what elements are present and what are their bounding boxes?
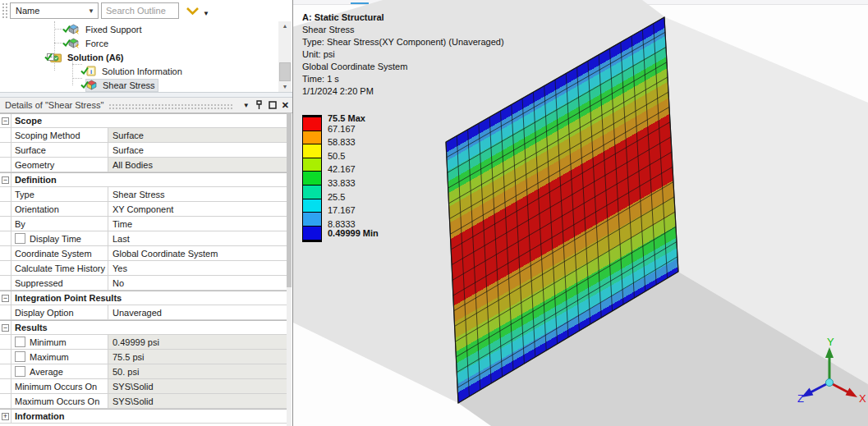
- tree-item-label: Solution (A6): [65, 52, 126, 63]
- tree-item-label: Solution Information: [99, 66, 185, 77]
- details-property-label: Minimum: [11, 335, 108, 349]
- tree-item-fixed-support[interactable]: Fixed Support: [62, 22, 144, 36]
- details-property-value[interactable]: Yes: [108, 261, 287, 275]
- legend-band: [303, 172, 321, 186]
- search-outline-box: [101, 2, 179, 19]
- details-scrollbar-thumb[interactable]: [287, 113, 292, 287]
- graphics-viewport[interactable]: YXZ A: Static StructuralShear StressType…: [293, 0, 868, 426]
- details-dropdown-icon[interactable]: ▼: [243, 102, 250, 109]
- legend-band: [303, 131, 321, 145]
- checkbox[interactable]: [15, 233, 25, 244]
- details-property-value[interactable]: No: [108, 276, 287, 290]
- details-property-value[interactable]: Last: [108, 231, 287, 245]
- legend-value-label: 75.5 Max: [328, 113, 365, 123]
- details-property-row: OrientationXY Component: [0, 202, 287, 217]
- tree-item-solution-a6-[interactable]: Solution (A6): [44, 50, 126, 64]
- outline-toolbar: Name ▼ ▼: [0, 0, 292, 21]
- details-gutter: −: [0, 321, 11, 334]
- details-property-row: Coordinate SystemGlobal Coordinate Syste…: [0, 246, 287, 261]
- legend-value-label: 0.49999 Min: [328, 228, 379, 238]
- details-property-label: Maximum Occurs On: [11, 394, 108, 408]
- annotation-line: Time: 1 s: [302, 73, 504, 85]
- details-property-value[interactable]: XY Component: [108, 202, 287, 216]
- details-property-value[interactable]: Surface: [108, 143, 287, 157]
- search-outline-input[interactable]: [102, 3, 178, 18]
- legend-value-label: 50.5: [328, 151, 345, 161]
- details-gutter: −: [0, 173, 11, 186]
- details-gutter: [0, 187, 11, 201]
- details-property-value: SYS\Solid: [108, 379, 287, 393]
- details-category-label: Information: [11, 410, 287, 423]
- toolbar-more-dropdown-icon[interactable]: ▼: [203, 10, 209, 17]
- details-property-value[interactable]: Global Coordinate System: [108, 246, 287, 260]
- x-axis-label: X: [859, 392, 866, 405]
- details-property-label: Display Time: [11, 231, 108, 245]
- legend-value-label: 8.8333: [328, 219, 356, 229]
- tree-scrollbar-thumb[interactable]: [279, 62, 291, 81]
- details-category-row: −Definition: [0, 172, 287, 187]
- details-expander-icon[interactable]: −: [2, 176, 9, 184]
- legend-value-label: 67.167: [328, 124, 356, 134]
- result-annotation: A: Static StructuralShear StressType: Sh…: [302, 11, 504, 98]
- details-expander-icon[interactable]: −: [2, 117, 9, 125]
- tree-item-force[interactable]: Force: [62, 36, 111, 50]
- details-gutter: [0, 379, 11, 393]
- scroll-up-icon[interactable]: ▲: [278, 21, 292, 31]
- details-expander-icon[interactable]: +: [2, 413, 9, 420]
- toolbar-drag-handle[interactable]: [2, 2, 7, 19]
- details-property-label: Surface: [11, 143, 108, 157]
- details-category-row: −Integration Point Results: [0, 291, 287, 305]
- tree-item-shear-stress[interactable]: Shear Stress: [80, 78, 158, 92]
- annotation-line: Global Coordinate System: [302, 61, 504, 73]
- close-icon[interactable]: ✕: [282, 100, 289, 111]
- details-property-value[interactable]: Shear Stress: [108, 187, 287, 201]
- details-property-value[interactable]: Time: [108, 217, 287, 231]
- details-property-value: SYS\Solid: [108, 394, 287, 408]
- legend-value-label: 33.833: [328, 178, 356, 188]
- status-check-icon: [80, 80, 89, 90]
- details-gutter: −: [0, 114, 11, 127]
- status-check-icon: [80, 66, 89, 76]
- tree-item-solution-information[interactable]: iSolution Information: [80, 64, 185, 78]
- chevron-down-icon: ▼: [88, 7, 94, 15]
- checkbox[interactable]: [15, 366, 25, 377]
- pin-icon[interactable]: [255, 100, 264, 110]
- svg-text:i: i: [90, 68, 92, 76]
- tree-item-label: Shear Stress: [100, 80, 158, 91]
- details-category-row: −Results: [0, 320, 287, 335]
- triad-origin[interactable]: [826, 379, 834, 387]
- y-axis-label: Y: [827, 336, 834, 348]
- annotation-line: Shear Stress: [302, 24, 504, 36]
- details-property-label: Calculate Time History: [11, 261, 108, 275]
- outline-tree: Fixed Support Force Solution (A6)− iSolu…: [0, 21, 278, 92]
- details-property-row: Maximum Occurs OnSYS\Solid: [0, 394, 287, 409]
- details-category-label: Integration Point Results: [11, 291, 287, 305]
- details-category-row: +Information: [0, 409, 287, 424]
- maximize-icon[interactable]: [269, 101, 277, 109]
- details-property-row: ByTime: [0, 217, 287, 231]
- details-expander-icon[interactable]: −: [2, 295, 9, 302]
- scroll-down-icon[interactable]: ▼: [278, 82, 292, 92]
- tree-scrollbar[interactable]: ▲ ▼: [278, 21, 292, 92]
- pane-splitter[interactable]: [0, 92, 292, 98]
- tree-item-label: Force: [83, 38, 111, 49]
- legend-value-label: 42.167: [328, 164, 356, 174]
- details-gutter: [0, 261, 11, 275]
- checkbox[interactable]: [15, 351, 25, 362]
- details-property-value[interactable]: Unaveraged: [108, 305, 287, 319]
- details-scrollbar[interactable]: [287, 113, 292, 426]
- expand-collapse-chevron-icon[interactable]: [186, 7, 200, 16]
- details-gutter: +: [0, 410, 11, 423]
- details-property-label: Scoping Method: [11, 128, 108, 142]
- details-property-label: By: [11, 217, 108, 231]
- details-category-label: Scope: [11, 114, 287, 127]
- details-property-value: Surface: [108, 128, 287, 142]
- legend-value-label: 58.833: [328, 137, 356, 147]
- checkbox[interactable]: [15, 337, 25, 347]
- legend-band: [303, 186, 321, 199]
- left-panel: Name ▼ ▼ Fixed Support Force Solution (A…: [0, 0, 293, 426]
- details-expander-icon[interactable]: −: [2, 324, 9, 332]
- legend-value-label: 17.167: [328, 205, 356, 215]
- name-filter-dropdown[interactable]: Name ▼: [10, 2, 99, 19]
- legend-colorbar: [302, 115, 322, 242]
